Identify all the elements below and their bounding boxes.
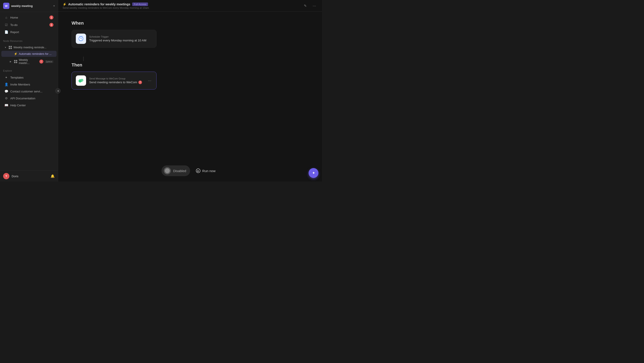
explore-section: ✦ Templates 👤 Invite Members 💬 Contact c… (0, 73, 58, 110)
sidebar-item-todo[interactable]: ☑ To-do 1 (1, 21, 56, 29)
svg-rect-2 (9, 48, 10, 49)
svg-rect-4 (14, 60, 16, 61)
edit-button[interactable]: ✎ (302, 3, 308, 9)
tree-item-automation[interactable]: ▶ ⚡ Automatic reminders for ... (1, 51, 56, 57)
automation-label: Automatic reminders for ... (19, 52, 52, 56)
toggle-knob-inner (165, 168, 170, 173)
fab-button[interactable]: ✦ (308, 168, 318, 178)
user-name: Doris (12, 175, 18, 178)
api-label: API Documentation (10, 97, 54, 100)
workspace-chevron-icon: ▾ (54, 5, 55, 8)
trigger-node-text: Scheduler Trigger Triggered every Monday… (89, 35, 152, 42)
action-node-icon (76, 75, 86, 86)
run-now-icon: ▶ (196, 169, 200, 173)
trigger-description: Triggered every Monday morning at 10 AM (89, 39, 152, 42)
svg-point-20 (82, 80, 82, 80)
home-badge: 1 (50, 16, 54, 20)
todo-icon: ☑ (4, 23, 8, 27)
fab-icon: ✦ (312, 171, 315, 175)
home-icon: ⌂ (4, 16, 8, 19)
svg-point-18 (80, 81, 81, 81)
action-error-dot: ! (138, 81, 142, 84)
tree-item-parent1[interactable]: ▼ Weekly meeting reminde... (1, 44, 56, 51)
flow-connector (72, 57, 308, 61)
user-avatar: Y (3, 173, 10, 179)
collapse-arrow-icon: ◀ (57, 90, 59, 92)
report-label: Report (10, 31, 54, 34)
more-options-icon: ⋯ (312, 4, 316, 8)
action-description: Send meeting reminders to WeCom ! (89, 81, 144, 84)
more-options-button[interactable]: ⋯ (311, 3, 318, 9)
templates-icon: ✦ (4, 76, 8, 79)
sidebar-nav: ⌂ Home 1 ☑ To-do 1 📄 Report (0, 12, 58, 37)
sidebar-item-api[interactable]: ⚙ API Documentation (1, 95, 56, 102)
tree-item-weekly2[interactable]: ▶ Weekly meetin... ! 1piece (1, 57, 56, 66)
run-now-button[interactable]: ▶ Run now (193, 167, 219, 175)
api-icon: ⚙ (4, 97, 8, 100)
user-profile[interactable]: Y Doris 🔔 (0, 171, 58, 182)
todo-badge: 1 (50, 23, 54, 27)
connector-line (83, 57, 84, 61)
topbar-lightning-icon: ⚡ (62, 3, 66, 6)
action-node[interactable]: Send Message to WeCom Group Send meeting… (72, 72, 156, 90)
action-more-button[interactable]: ⋯ (147, 78, 152, 84)
report-icon: 📄 (4, 30, 8, 34)
notification-bell-icon: 🔔 (50, 174, 55, 178)
help-icon: 📖 (4, 103, 8, 107)
workspace-header[interactable]: W weekly meeting ▾ (0, 0, 58, 12)
topbar-subtitle: Send weekly meeting reminders to WeCom e… (62, 7, 300, 9)
sidebar-item-help[interactable]: 📖 Help Center (1, 102, 56, 109)
sidebar-item-invite[interactable]: 👤 Invite Members (1, 81, 56, 88)
svg-rect-7 (16, 62, 17, 63)
trigger-node-icon (76, 34, 86, 44)
expand-arrow-icon: ▼ (4, 46, 7, 49)
when-title: When (72, 21, 308, 26)
run-now-label: Run now (202, 169, 216, 173)
full-access-badge: Full Access (132, 3, 148, 6)
workspace-name: weekly meeting (11, 4, 52, 8)
page-title: Automatic reminders for weekly meetings (68, 3, 130, 6)
home-label: Home (10, 16, 47, 19)
sidebar-item-templates[interactable]: ✦ Templates (1, 74, 56, 81)
svg-point-21 (82, 80, 83, 80)
edit-icon: ✎ (304, 4, 307, 8)
action-node-text: Send Message to WeCom Group Send meeting… (89, 77, 144, 84)
canvas-area: When Scheduler Tri (58, 12, 322, 182)
contact-icon: 💬 (4, 90, 8, 93)
sidebar-item-contact[interactable]: 💬 Contact customer servi... (1, 88, 56, 95)
svg-point-17 (80, 81, 80, 81)
main-content: ⚡ Automatic reminders for weekly meeting… (58, 0, 322, 182)
weekly2-piece-badge: 1piece (45, 60, 54, 63)
svg-rect-0 (9, 46, 10, 47)
svg-rect-6 (14, 62, 16, 63)
topbar: ⚡ Automatic reminders for weekly meeting… (58, 0, 322, 12)
topbar-title-area: ⚡ Automatic reminders for weekly meeting… (62, 3, 300, 9)
sidebar-collapse-button[interactable]: ◀ (55, 88, 60, 94)
node-resources-label: Node Resources (0, 37, 58, 43)
weekly2-error-badge: ! (39, 60, 44, 64)
workspace-avatar: W (3, 3, 10, 9)
disabled-label: Disabled (173, 169, 186, 173)
then-title: Then (72, 63, 308, 68)
toggle-knob (164, 167, 171, 174)
topbar-actions: ✎ ⋯ (302, 3, 318, 9)
explore-label: Explore (0, 67, 58, 73)
svg-rect-1 (10, 46, 12, 47)
svg-rect-3 (10, 48, 12, 49)
expand-arrow2-icon: ▶ (10, 61, 12, 63)
when-section: When Scheduler Tri (72, 21, 308, 48)
sidebar-item-home[interactable]: ⌂ Home 1 (1, 14, 56, 21)
grid2-icon (14, 60, 18, 63)
disabled-toggle[interactable]: Disabled (162, 165, 190, 176)
trigger-node[interactable]: Scheduler Trigger Triggered every Monday… (72, 30, 156, 48)
then-section: Then (72, 63, 308, 90)
tree-parent-label: Weekly meeting reminde... (14, 46, 46, 49)
action-type-label: Send Message to WeCom Group (89, 77, 144, 80)
grid-icon (8, 46, 12, 49)
invite-icon: 👤 (4, 83, 8, 86)
invite-label: Invite Members (10, 83, 54, 86)
sidebar-item-report[interactable]: 📄 Report (1, 29, 56, 35)
contact-label: Contact customer servi... (10, 90, 54, 93)
trigger-type-label: Scheduler Trigger (89, 35, 152, 38)
svg-point-16 (80, 81, 80, 81)
